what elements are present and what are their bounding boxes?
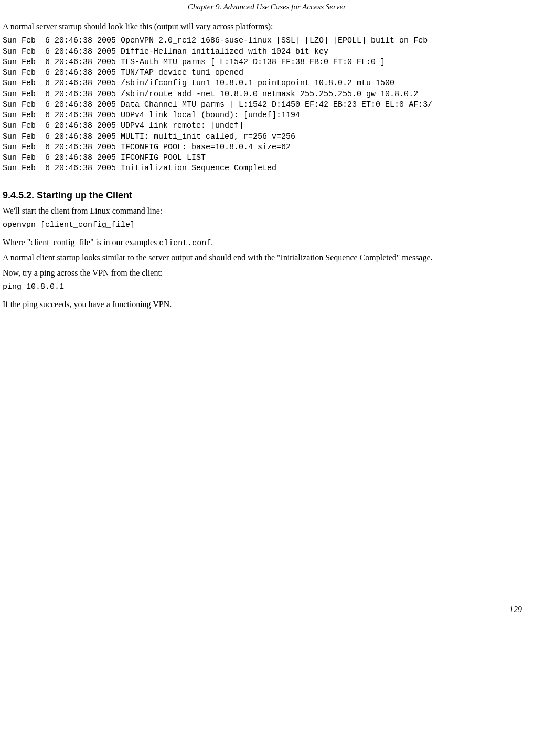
- client-para-1: We'll start the client from Linux comman…: [3, 205, 531, 217]
- client-para-3: A normal client startup looks similar to…: [3, 252, 531, 264]
- page-container: Chapter 9. Advanced Use Cases for Access…: [0, 0, 534, 614]
- client-para-5: If the ping succeeds, you have a functio…: [3, 299, 531, 310]
- section-title: Starting up the Client: [37, 190, 132, 201]
- client-command: openvpn [client_config_file]: [3, 220, 531, 230]
- client-para-4: Now, try a ping across the VPN from the …: [3, 267, 531, 279]
- client-para-2c: .: [211, 238, 213, 247]
- section-number: 9.4.5.2.: [3, 190, 34, 201]
- section-heading: 9.4.5.2. Starting up the Client: [3, 190, 531, 201]
- page-number: 129: [3, 605, 531, 614]
- ping-command: ping 10.8.0.1: [3, 282, 531, 292]
- client-para-2: Where "client_config_file" is in our exa…: [3, 237, 531, 249]
- page-header: Chapter 9. Advanced Use Cases for Access…: [3, 0, 531, 12]
- intro-paragraph: A normal server startup should look like…: [3, 21, 531, 33]
- client-para-2a: Where "client_config_file" is in our exa…: [3, 238, 159, 247]
- client-conf-inline: client.conf: [159, 239, 211, 248]
- server-log-output: Sun Feb 6 20:46:38 2005 OpenVPN 2.0_rc12…: [3, 36, 531, 174]
